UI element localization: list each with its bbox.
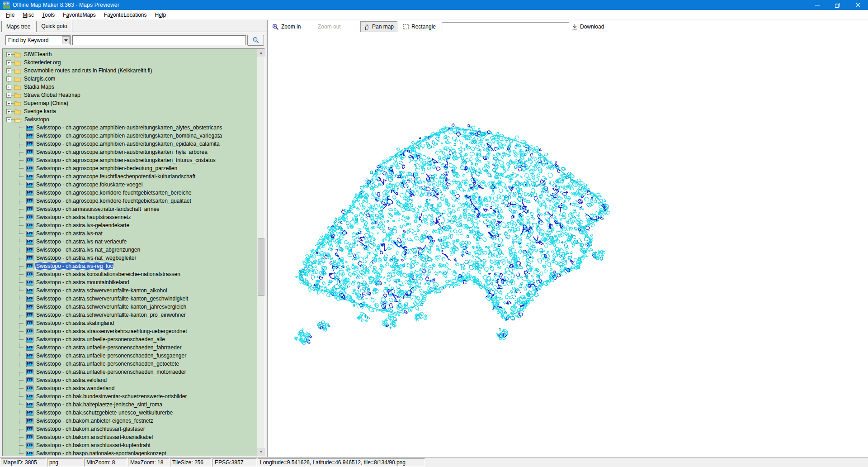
- map-preview[interactable]: [268, 33, 868, 457]
- rectangle-icon: [403, 24, 409, 29]
- restore-icon: [835, 3, 840, 8]
- tree-item[interactable]: Swisstopo - ch.astra.unfaelle-personensc…: [3, 335, 257, 343]
- scroll-up-arrow[interactable]: ▲: [257, 49, 265, 57]
- tree-item-selected[interactable]: Swisstopo - ch.astra.ivs-reg_loc: [3, 262, 257, 270]
- tree-item[interactable]: Swisstopo - ch.bak.bundesinventar-schuet…: [3, 392, 257, 400]
- tree-item[interactable]: Swisstopo - ch.agroscope.fokuskarte-voeg…: [3, 181, 257, 189]
- tree-item[interactable]: Swisstopo - ch.astra.strassenverkehrszae…: [3, 327, 257, 335]
- tree-item[interactable]: Swisstopo - ch.bakom.anschlussart-kupfer…: [3, 441, 257, 449]
- tree-item[interactable]: Swisstopo - ch.astra.ivs-nat: [3, 229, 257, 238]
- tree-folder[interactable]: +Strava Global Heatmap: [3, 91, 257, 99]
- tree-folder[interactable]: +Supermap (China): [3, 99, 257, 107]
- tree-folder[interactable]: +Sverige karta: [3, 107, 257, 115]
- scroll-down-arrow[interactable]: ▼: [257, 448, 265, 456]
- tree-item[interactable]: Swisstopo - ch.astra.wanderland: [3, 384, 257, 392]
- tree-item[interactable]: Swisstopo - ch.astra.schwerverunfallte-k…: [3, 286, 257, 295]
- tree-item[interactable]: Swisstopo - ch.bakom.anbieter-eigenes_fe…: [3, 417, 257, 425]
- tree-item[interactable]: Swisstopo - ch.astra.unfaelle-personensc…: [3, 368, 257, 376]
- search-input[interactable]: [72, 35, 246, 45]
- switzerland-routes-map[interactable]: [281, 110, 624, 355]
- expand-icon[interactable]: +: [6, 101, 11, 106]
- tree-item[interactable]: Swisstopo - ch.astra.schwerverunfallte-k…: [3, 295, 257, 303]
- chevron-down-icon[interactable]: [62, 36, 70, 44]
- expand-icon[interactable]: +: [6, 76, 11, 81]
- menu-item-misc[interactable]: Misc: [19, 10, 38, 19]
- tree-item[interactable]: Swisstopo - ch.astra.veloland: [3, 376, 257, 384]
- tree-folder[interactable]: +Snowmobile routes and ruts in Finland (…: [3, 67, 257, 75]
- pan-map-label: Pan map: [372, 24, 394, 30]
- tree-item[interactable]: Swisstopo - ch.agroscope.korridore-feuch…: [3, 197, 257, 205]
- expand-icon[interactable]: +: [6, 85, 11, 90]
- window-title: Offline Map Maker 8.363 - Maps Previewer: [13, 2, 119, 8]
- menu-item-file[interactable]: File: [2, 10, 19, 19]
- scrollbar-thumb[interactable]: [258, 238, 264, 296]
- tree-item[interactable]: Swisstopo - ch.agroscope.amphibien-ausbr…: [3, 132, 257, 140]
- tree-folder[interactable]: −Swisstopo: [3, 115, 257, 124]
- menu-item-favoritemaps[interactable]: FavoriteMaps: [59, 10, 100, 19]
- hand-icon: [364, 24, 370, 30]
- tab-maps-tree[interactable]: Maps tree: [1, 21, 35, 32]
- tree-item[interactable]: Swisstopo - ch.astra.konsultationsbereic…: [3, 270, 257, 278]
- tree-folder[interactable]: +SIWEIearth: [3, 50, 257, 58]
- tree-item[interactable]: Swisstopo - ch.astra.ivs-nat_wegbegleite…: [3, 254, 257, 262]
- pan-map-button[interactable]: Pan map: [360, 21, 397, 32]
- toolbar-text-input[interactable]: [442, 22, 569, 31]
- tree-item[interactable]: Swisstopo - ch.astra.ivs-nat-verlaeufe: [3, 238, 257, 246]
- expand-icon[interactable]: +: [6, 93, 11, 98]
- tree-item[interactable]: Swisstopo - ch.astra.mountainbikeland: [3, 278, 257, 286]
- collapse-icon[interactable]: −: [6, 117, 11, 122]
- title-bar: Offline Map Maker 8.363 - Maps Previewer: [0, 0, 868, 10]
- restore-button[interactable]: [827, 0, 848, 10]
- tree-item[interactable]: Swisstopo - ch.armasuisse.natur-landscha…: [3, 205, 257, 213]
- zoom-out-button[interactable]: Zoom out: [316, 21, 343, 32]
- tree-item[interactable]: Swisstopo - ch.bakom.anschlussart-koaxia…: [3, 433, 257, 441]
- tab-quick-goto[interactable]: Quick goto: [36, 21, 72, 32]
- tree-item[interactable]: Swisstopo - ch.agroscope.amphibien-ausbr…: [3, 148, 257, 156]
- tree-item[interactable]: Swisstopo - ch.agroscope.amphibien-ausbr…: [3, 124, 257, 132]
- status-tile-size: TileSize: 256: [170, 458, 212, 467]
- tree-item[interactable]: Swisstopo - ch.astra.hauptstrassennetz: [3, 213, 257, 221]
- expand-icon[interactable]: +: [6, 68, 11, 73]
- menu-item-help[interactable]: Help: [151, 10, 170, 19]
- search-mode-dropdown[interactable]: Find by Keyword: [5, 35, 71, 45]
- tree-folder[interactable]: +Stadia Maps: [3, 83, 257, 91]
- tree-item[interactable]: Swisstopo - ch.bak.schutzgebiete-unesco_…: [3, 409, 257, 417]
- close-button[interactable]: [848, 0, 868, 10]
- tree-folder[interactable]: +Skoterleder.org: [3, 58, 257, 67]
- minimize-button[interactable]: [807, 0, 827, 10]
- expand-icon[interactable]: +: [6, 52, 11, 57]
- tree-item[interactable]: Swisstopo - ch.astra.skatingland: [3, 319, 257, 327]
- rectangle-button[interactable]: Rectangle: [401, 21, 438, 32]
- menu-item-tools[interactable]: Tools: [38, 10, 59, 19]
- close-icon: [856, 3, 860, 7]
- download-button[interactable]: Download: [570, 21, 606, 32]
- tree-item[interactable]: Swisstopo - ch.bak.halteplaetze-jenische…: [3, 400, 257, 409]
- tree-item[interactable]: Swisstopo - ch.agroscope.amphibien-ausbr…: [3, 156, 257, 164]
- tree-scrollbar[interactable]: ▲ ▼: [257, 49, 264, 456]
- zoom-out-label: Zoom out: [318, 24, 341, 30]
- tree-item[interactable]: Swisstopo - ch.astra.unfaelle-personensc…: [3, 343, 257, 352]
- maps-tree-panel: +SIWEIearth+Skoterleder.org+Snowmobile r…: [2, 48, 265, 456]
- status-coordinates: Longitude=9.541626, Latitude=46.946512, …: [258, 458, 425, 467]
- tree-item[interactable]: Swisstopo - ch.astra.ivs-gelaendekarte: [3, 221, 257, 229]
- tree-item[interactable]: Swisstopo - ch.agroscope.amphibien-bedeu…: [3, 164, 257, 172]
- expand-icon[interactable]: +: [6, 109, 11, 114]
- tree-item[interactable]: Swisstopo - ch.astra.unfaelle-personensc…: [3, 352, 257, 360]
- tab-strip: Maps tree Quick goto: [1, 20, 73, 32]
- tree-item[interactable]: Swisstopo - ch.bakom.anschlussart-glasfa…: [3, 425, 257, 433]
- status-max-zoom: MaxZoom: 18: [128, 458, 169, 467]
- expand-icon[interactable]: +: [6, 60, 11, 65]
- zoom-in-button[interactable]: Zoom in: [270, 21, 302, 32]
- tree-item[interactable]: Swisstopo - ch.agroscope.feuchtflaechenp…: [3, 172, 257, 181]
- tree-item[interactable]: Swisstopo - ch.agroscope.korridore-feuch…: [3, 189, 257, 197]
- search-button[interactable]: [247, 35, 264, 46]
- tree-item[interactable]: Swisstopo - ch.astra.schwerverunfallte-k…: [3, 311, 257, 319]
- tree-item[interactable]: Swisstopo - ch.astra.schwerverunfallte-k…: [3, 303, 257, 311]
- status-epsg: EPSG:3857: [212, 458, 257, 467]
- tree-item[interactable]: Swisstopo - ch.astra.ivs-nat_abgrenzunge…: [3, 246, 257, 254]
- tree-item[interactable]: Swisstopo - ch.baspo.nationales-sportanl…: [3, 449, 257, 456]
- tree-item[interactable]: Swisstopo - ch.astra.unfaelle-personensc…: [3, 360, 257, 368]
- menu-item-favoritelocations[interactable]: FavoriteLocations: [100, 10, 151, 19]
- tree-item[interactable]: Swisstopo - ch.agroscope.amphibien-ausbr…: [3, 140, 257, 148]
- tree-folder[interactable]: +Solargis.com: [3, 75, 257, 83]
